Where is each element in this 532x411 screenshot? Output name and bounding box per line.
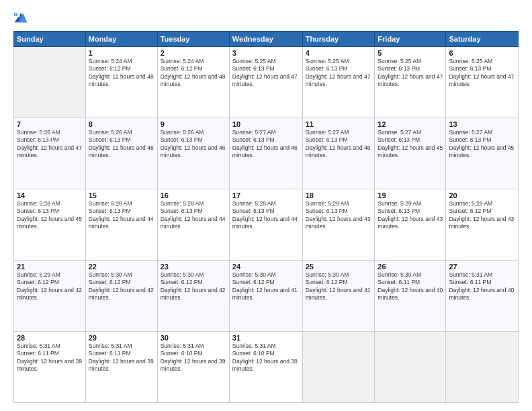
week-row-2: 7Sunrise: 5:26 AM Sunset: 6:13 PM Daylig… <box>14 118 519 189</box>
day-info: Sunrise: 5:31 AM Sunset: 6:11 PM Dayligh… <box>449 271 515 302</box>
day-info: Sunrise: 5:28 AM Sunset: 6:13 PM Dayligh… <box>232 200 300 231</box>
day-info: Sunrise: 5:29 AM Sunset: 6:13 PM Dayligh… <box>306 200 372 231</box>
day-info: Sunrise: 5:25 AM Sunset: 6:13 PM Dayligh… <box>232 58 300 89</box>
weekday-header-sunday: Sunday <box>14 32 86 47</box>
day-info: Sunrise: 5:28 AM Sunset: 6:13 PM Dayligh… <box>17 200 83 231</box>
calendar-cell: 31Sunrise: 5:31 AM Sunset: 6:10 PM Dayli… <box>229 332 302 403</box>
week-row-4: 21Sunrise: 5:29 AM Sunset: 6:12 PM Dayli… <box>14 261 519 332</box>
calendar-cell: 30Sunrise: 5:31 AM Sunset: 6:10 PM Dayli… <box>157 332 229 403</box>
day-number: 15 <box>89 191 154 199</box>
weekday-header-saturday: Saturday <box>446 32 519 47</box>
calendar-cell: 29Sunrise: 5:31 AM Sunset: 6:11 PM Dayli… <box>85 332 157 403</box>
calendar-cell: 5Sunrise: 5:25 AM Sunset: 6:13 PM Daylig… <box>375 47 446 118</box>
calendar-cell: 12Sunrise: 5:27 AM Sunset: 6:13 PM Dayli… <box>375 118 446 189</box>
day-info: Sunrise: 5:27 AM Sunset: 6:13 PM Dayligh… <box>232 129 300 160</box>
day-info: Sunrise: 5:25 AM Sunset: 6:13 PM Dayligh… <box>306 58 372 89</box>
day-number: 25 <box>306 263 372 271</box>
day-info: Sunrise: 5:28 AM Sunset: 6:13 PM Dayligh… <box>89 200 154 231</box>
day-number: 17 <box>232 191 300 199</box>
calendar-table: SundayMondayTuesdayWednesdayThursdayFrid… <box>13 31 519 403</box>
day-info: Sunrise: 5:25 AM Sunset: 6:13 PM Dayligh… <box>378 58 443 89</box>
calendar-cell: 22Sunrise: 5:30 AM Sunset: 6:12 PM Dayli… <box>85 261 157 332</box>
calendar-cell: 6Sunrise: 5:25 AM Sunset: 6:13 PM Daylig… <box>446 47 519 118</box>
calendar-cell <box>375 332 446 403</box>
calendar-cell: 14Sunrise: 5:28 AM Sunset: 6:13 PM Dayli… <box>14 189 86 261</box>
day-number: 5 <box>378 49 443 57</box>
calendar-cell: 4Sunrise: 5:25 AM Sunset: 6:13 PM Daylig… <box>302 47 375 118</box>
day-number: 12 <box>378 120 443 128</box>
day-number: 24 <box>232 263 300 271</box>
calendar-cell: 21Sunrise: 5:29 AM Sunset: 6:12 PM Dayli… <box>14 261 86 332</box>
day-info: Sunrise: 5:30 AM Sunset: 6:11 PM Dayligh… <box>378 271 443 302</box>
day-number: 9 <box>161 120 226 128</box>
day-info: Sunrise: 5:27 AM Sunset: 6:13 PM Dayligh… <box>306 129 372 160</box>
day-number: 1 <box>89 49 154 57</box>
day-info: Sunrise: 5:27 AM Sunset: 6:13 PM Dayligh… <box>449 129 515 160</box>
day-number: 3 <box>232 49 300 57</box>
day-info: Sunrise: 5:31 AM Sunset: 6:10 PM Dayligh… <box>161 342 226 373</box>
calendar-cell: 27Sunrise: 5:31 AM Sunset: 6:11 PM Dayli… <box>446 261 519 332</box>
calendar-cell: 3Sunrise: 5:25 AM Sunset: 6:13 PM Daylig… <box>229 47 302 118</box>
day-info: Sunrise: 5:27 AM Sunset: 6:13 PM Dayligh… <box>378 129 443 160</box>
day-info: Sunrise: 5:29 AM Sunset: 6:12 PM Dayligh… <box>449 200 515 231</box>
calendar-cell: 24Sunrise: 5:30 AM Sunset: 6:12 PM Dayli… <box>229 261 302 332</box>
day-number: 22 <box>89 263 154 271</box>
day-info: Sunrise: 5:31 AM Sunset: 6:11 PM Dayligh… <box>89 342 154 373</box>
day-number: 21 <box>17 263 83 271</box>
day-number: 26 <box>378 263 443 271</box>
day-info: Sunrise: 5:31 AM Sunset: 6:10 PM Dayligh… <box>232 342 300 373</box>
weekday-header-wednesday: Wednesday <box>229 32 302 47</box>
calendar-cell: 9Sunrise: 5:26 AM Sunset: 6:13 PM Daylig… <box>157 118 229 189</box>
day-number: 6 <box>449 49 515 57</box>
calendar-cell: 19Sunrise: 5:29 AM Sunset: 6:13 PM Dayli… <box>375 189 446 261</box>
header: G <box>13 11 519 26</box>
day-number: 4 <box>306 49 372 57</box>
weekday-header-thursday: Thursday <box>302 32 375 47</box>
day-info: Sunrise: 5:30 AM Sunset: 6:12 PM Dayligh… <box>161 271 226 302</box>
day-info: Sunrise: 5:30 AM Sunset: 6:12 PM Dayligh… <box>89 271 154 302</box>
calendar-cell: 7Sunrise: 5:26 AM Sunset: 6:13 PM Daylig… <box>14 118 86 189</box>
day-number: 30 <box>161 334 226 342</box>
day-number: 10 <box>232 120 300 128</box>
weekday-header-row: SundayMondayTuesdayWednesdayThursdayFrid… <box>14 32 519 47</box>
calendar-cell: 13Sunrise: 5:27 AM Sunset: 6:13 PM Dayli… <box>446 118 519 189</box>
weekday-header-monday: Monday <box>85 32 157 47</box>
calendar-cell <box>302 332 375 403</box>
day-info: Sunrise: 5:31 AM Sunset: 6:11 PM Dayligh… <box>17 342 83 373</box>
day-number: 29 <box>89 334 154 342</box>
day-info: Sunrise: 5:24 AM Sunset: 6:12 PM Dayligh… <box>161 58 226 89</box>
day-number: 13 <box>449 120 515 128</box>
page: G SundayMondayTuesdayWednesdayThursdayFr… <box>0 0 532 411</box>
day-number: 18 <box>306 191 372 199</box>
day-number: 28 <box>17 334 83 342</box>
weekday-header-friday: Friday <box>375 32 446 47</box>
calendar-cell <box>446 332 519 403</box>
calendar-cell: 26Sunrise: 5:30 AM Sunset: 6:11 PM Dayli… <box>375 261 446 332</box>
calendar-cell: 10Sunrise: 5:27 AM Sunset: 6:13 PM Dayli… <box>229 118 302 189</box>
calendar-cell: 25Sunrise: 5:30 AM Sunset: 6:12 PM Dayli… <box>302 261 375 332</box>
day-number: 20 <box>449 191 515 199</box>
day-number: 2 <box>161 49 226 57</box>
calendar-cell: 2Sunrise: 5:24 AM Sunset: 6:12 PM Daylig… <box>157 47 229 118</box>
calendar-cell: 8Sunrise: 5:26 AM Sunset: 6:13 PM Daylig… <box>85 118 157 189</box>
logo: G <box>13 11 30 26</box>
logo-icon: G <box>13 11 28 26</box>
day-info: Sunrise: 5:29 AM Sunset: 6:13 PM Dayligh… <box>378 200 443 231</box>
day-number: 27 <box>449 263 515 271</box>
calendar-cell: 16Sunrise: 5:28 AM Sunset: 6:13 PM Dayli… <box>157 189 229 261</box>
weekday-header-tuesday: Tuesday <box>157 32 229 47</box>
day-number: 19 <box>378 191 443 199</box>
day-info: Sunrise: 5:26 AM Sunset: 6:13 PM Dayligh… <box>17 129 83 160</box>
calendar-cell: 15Sunrise: 5:28 AM Sunset: 6:13 PM Dayli… <box>85 189 157 261</box>
day-info: Sunrise: 5:30 AM Sunset: 6:12 PM Dayligh… <box>232 271 300 302</box>
day-number: 31 <box>232 334 300 342</box>
day-number: 8 <box>89 120 154 128</box>
day-number: 11 <box>306 120 372 128</box>
calendar-cell: 1Sunrise: 5:24 AM Sunset: 6:12 PM Daylig… <box>85 47 157 118</box>
day-info: Sunrise: 5:26 AM Sunset: 6:13 PM Dayligh… <box>89 129 154 160</box>
calendar-cell: 23Sunrise: 5:30 AM Sunset: 6:12 PM Dayli… <box>157 261 229 332</box>
calendar-cell: 17Sunrise: 5:28 AM Sunset: 6:13 PM Dayli… <box>229 189 302 261</box>
day-info: Sunrise: 5:29 AM Sunset: 6:12 PM Dayligh… <box>17 271 83 302</box>
week-row-3: 14Sunrise: 5:28 AM Sunset: 6:13 PM Dayli… <box>14 189 519 261</box>
calendar-cell: 11Sunrise: 5:27 AM Sunset: 6:13 PM Dayli… <box>302 118 375 189</box>
